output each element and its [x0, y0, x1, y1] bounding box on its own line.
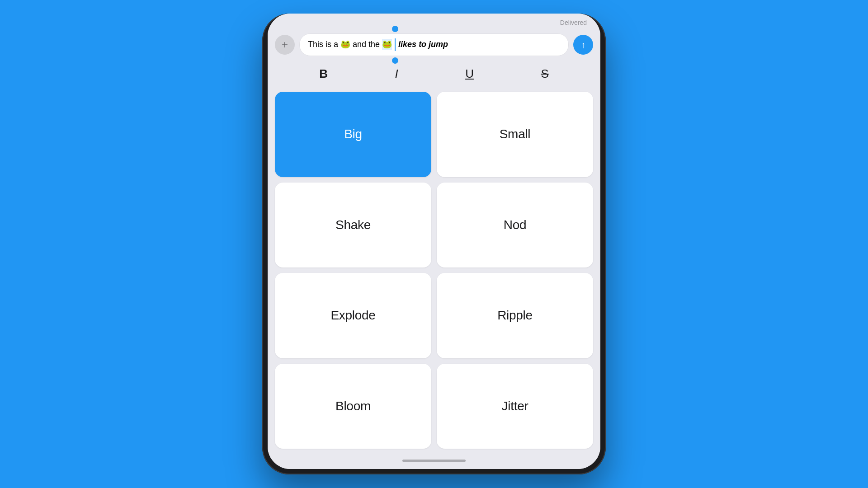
status-area: Delivered — [268, 14, 600, 30]
phone-screen: Delivered + This is a 🐸 and the 🐸 likes … — [268, 14, 600, 469]
formatting-toolbar: B I U S — [268, 61, 600, 92]
cursor-line — [395, 38, 396, 51]
italic-text: likes to jump — [396, 40, 448, 49]
italic-button[interactable]: I — [387, 63, 405, 84]
animation-button-explode[interactable]: Explode — [275, 273, 431, 358]
animation-label-ripple: Ripple — [497, 308, 533, 323]
animation-button-ripple[interactable]: Ripple — [437, 273, 593, 358]
input-text: This is a 🐸 and the 🐸 likes to jump — [308, 38, 448, 51]
strikethrough-button[interactable]: S — [533, 63, 556, 84]
animation-label-shake: Shake — [335, 218, 371, 232]
animation-label-jitter: Jitter — [502, 399, 528, 413]
animation-button-small[interactable]: Small — [437, 92, 593, 177]
message-input-area: + This is a 🐸 and the 🐸 likes to jump ↑ — [268, 30, 600, 61]
animation-label-nod: Nod — [504, 218, 526, 232]
animation-label-explode: Explode — [330, 308, 375, 323]
send-icon: ↑ — [581, 40, 585, 50]
animation-label-bloom: Bloom — [335, 399, 371, 413]
selection-handle-top — [392, 26, 398, 32]
selected-emoji: 🐸 — [382, 39, 392, 50]
plus-icon: + — [282, 38, 288, 51]
animation-button-shake[interactable]: Shake — [275, 183, 431, 268]
animation-label-small: Small — [500, 127, 531, 141]
cursor-handle-container: 🐸 — [382, 38, 396, 51]
phone-frame: Delivered + This is a 🐸 and the 🐸 likes … — [262, 14, 606, 474]
home-indicator-area — [268, 456, 600, 469]
underline-button[interactable]: U — [458, 63, 481, 84]
add-button[interactable]: + — [275, 35, 295, 55]
animation-label-big: Big — [344, 127, 362, 141]
delivered-status: Delivered — [560, 19, 587, 26]
input-bubble[interactable]: This is a 🐸 and the 🐸 likes to jump — [299, 33, 569, 56]
animation-button-big[interactable]: Big — [275, 92, 431, 177]
animation-button-bloom[interactable]: Bloom — [275, 364, 431, 449]
home-bar — [402, 460, 466, 462]
selection-handle-bottom — [392, 57, 398, 64]
send-button[interactable]: ↑ — [573, 35, 593, 55]
animation-button-nod[interactable]: Nod — [437, 183, 593, 268]
animation-button-jitter[interactable]: Jitter — [437, 364, 593, 449]
bold-button[interactable]: B — [312, 63, 335, 84]
animation-grid: Big Small Shake Nod Explode Ripple Bloom — [268, 92, 600, 456]
